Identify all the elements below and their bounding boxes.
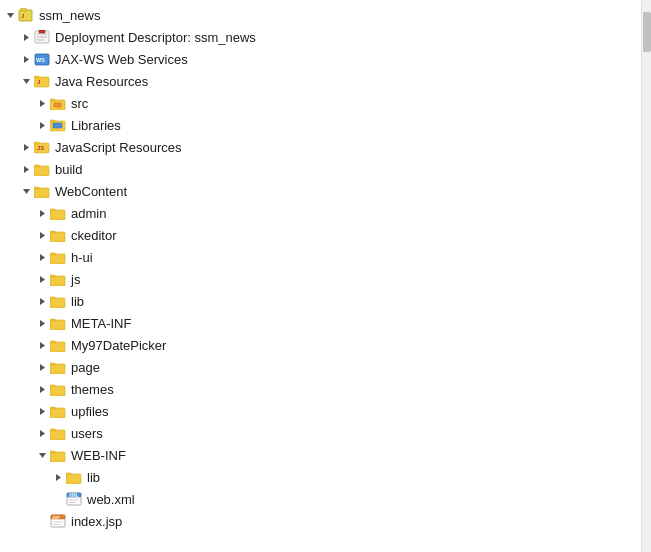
toggle-deployment[interactable]	[18, 29, 34, 45]
svg-rect-69	[50, 452, 65, 462]
toggle-page[interactable]	[34, 359, 50, 375]
tree-item-web-inf-lib[interactable]: lib	[0, 466, 641, 488]
tree-item-javascript-resources[interactable]: JS JavaScript Resources	[0, 136, 641, 158]
toggle-web-inf-lib[interactable]	[50, 469, 66, 485]
toggle-ssm_news[interactable]	[2, 7, 18, 23]
toggle-META-INF[interactable]	[34, 315, 50, 331]
scrollbar-thumb[interactable]	[643, 12, 651, 52]
icon-folder	[50, 447, 68, 463]
svg-rect-63	[50, 408, 65, 418]
icon-folder	[50, 293, 68, 309]
tree-item-libraries[interactable]: Libraries	[0, 114, 641, 136]
tree-item-META-INF[interactable]: META-INF	[0, 312, 641, 334]
toggle-ckeditor[interactable]	[34, 227, 50, 243]
tree-item-page[interactable]: page	[0, 356, 641, 378]
toggle-admin[interactable]	[34, 205, 50, 221]
icon-libraries	[50, 117, 68, 133]
tree-label-My97DatePicker: My97DatePicker	[71, 338, 166, 353]
tree-label-web-inf-lib: lib	[87, 470, 100, 485]
toggle-themes[interactable]	[34, 381, 50, 397]
toggle-src[interactable]	[34, 95, 50, 111]
toggle-jaxws[interactable]	[18, 51, 34, 67]
svg-marker-50	[40, 320, 45, 327]
tree-label-WEB-INF: WEB-INF	[71, 448, 126, 463]
tree-item-index-jsp[interactable]: JSP index.jsp	[0, 510, 641, 532]
icon-folder	[50, 205, 68, 221]
svg-rect-39	[50, 232, 65, 242]
toggle-webcontent[interactable]	[18, 183, 34, 199]
tree-item-ssm_news[interactable]: J ssm_news	[0, 4, 641, 26]
svg-rect-20	[54, 103, 61, 107]
toggle-java-resources[interactable]	[18, 73, 34, 89]
svg-marker-0	[7, 13, 14, 18]
svg-rect-52	[50, 319, 55, 321]
svg-rect-9	[39, 30, 45, 33]
svg-rect-72	[66, 474, 81, 484]
tree-item-admin[interactable]: admin	[0, 202, 641, 224]
svg-text:J: J	[37, 79, 40, 85]
tree-item-js[interactable]: js	[0, 268, 641, 290]
toggle-My97DatePicker[interactable]	[34, 337, 50, 353]
toggle-h-ui[interactable]	[34, 249, 50, 265]
svg-marker-71	[56, 474, 61, 481]
toggle-users[interactable]	[34, 425, 50, 441]
tree-label-META-INF: META-INF	[71, 316, 131, 331]
tree-label-users: users	[71, 426, 103, 441]
icon-folder	[50, 425, 68, 441]
svg-rect-42	[50, 254, 65, 264]
tree-item-themes[interactable]: themes	[0, 378, 641, 400]
svg-rect-30	[34, 166, 49, 176]
toggle-js[interactable]	[34, 271, 50, 287]
tree-label-webcontent: WebContent	[55, 184, 127, 199]
svg-rect-67	[50, 429, 55, 431]
toggle-libraries[interactable]	[34, 117, 50, 133]
tree-item-ckeditor[interactable]: ckeditor	[0, 224, 641, 246]
icon-folder	[50, 403, 68, 419]
tree-item-web-xml[interactable]: XML web.xml	[0, 488, 641, 510]
icon-project: J	[18, 7, 36, 23]
tree-label-upfiles: upfiles	[71, 404, 109, 419]
tree-item-h-ui[interactable]: h-ui	[0, 246, 641, 268]
svg-marker-17	[40, 100, 45, 107]
vertical-scrollbar[interactable]	[641, 0, 651, 552]
svg-rect-23	[50, 120, 55, 122]
toggle-build[interactable]	[18, 161, 34, 177]
svg-marker-68	[39, 453, 46, 458]
tree-item-upfiles[interactable]: upfiles	[0, 400, 641, 422]
icon-jsp: JSP	[50, 513, 68, 529]
tree-label-h-ui: h-ui	[71, 250, 93, 265]
tree-label-admin: admin	[71, 206, 106, 221]
tree-label-javascript-resources: JavaScript Resources	[55, 140, 181, 155]
toggle-WEB-INF[interactable]	[34, 447, 50, 463]
svg-rect-58	[50, 363, 55, 365]
tree-item-users[interactable]: users	[0, 422, 641, 444]
svg-rect-36	[50, 210, 65, 220]
icon-folder	[50, 359, 68, 375]
svg-rect-66	[50, 430, 65, 440]
tree-item-src[interactable]: src	[0, 92, 641, 114]
toggle-lib[interactable]	[34, 293, 50, 309]
toggle-upfiles[interactable]	[34, 403, 50, 419]
tree-item-java-resources[interactable]: J Java Resources	[0, 70, 641, 92]
tree-item-webcontent[interactable]: WebContent	[0, 180, 641, 202]
tree-item-lib[interactable]: lib	[0, 290, 641, 312]
tree-item-My97DatePicker[interactable]: My97DatePicker	[0, 334, 641, 356]
svg-rect-61	[50, 385, 55, 387]
svg-rect-2	[21, 8, 26, 11]
svg-marker-4	[24, 34, 29, 41]
tree-item-jaxws[interactable]: WS JAX-WS Web Services	[0, 48, 641, 70]
svg-text:WS: WS	[36, 57, 45, 63]
tree-label-src: src	[71, 96, 88, 111]
icon-js-resources: JS	[34, 139, 52, 155]
tree-item-WEB-INF[interactable]: WEB-INF	[0, 444, 641, 466]
svg-rect-73	[66, 473, 71, 475]
project-tree[interactable]: J ssm_news Deployment Descriptor: ssm_ne…	[0, 0, 641, 552]
svg-marker-35	[40, 210, 45, 217]
tree-label-page: page	[71, 360, 100, 375]
svg-rect-27	[34, 142, 39, 144]
icon-folder	[50, 271, 68, 287]
tree-item-deployment[interactable]: Deployment Descriptor: ssm_news	[0, 26, 641, 48]
tree-item-build[interactable]: build	[0, 158, 641, 180]
toggle-javascript-resources[interactable]	[18, 139, 34, 155]
svg-marker-10	[24, 56, 29, 63]
